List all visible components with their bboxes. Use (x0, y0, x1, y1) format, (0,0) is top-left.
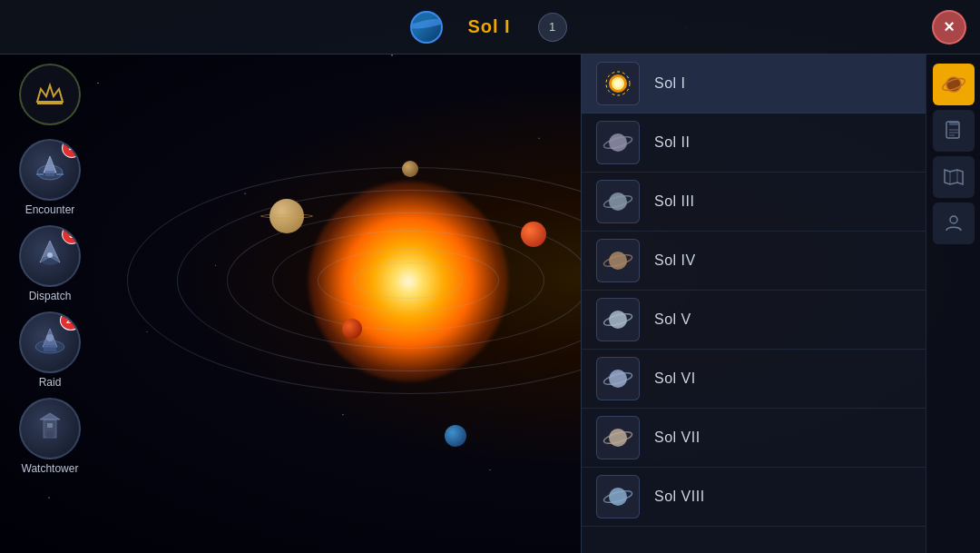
left-sidebar: 4 Encounter 5 Dispatch 24 (0, 54, 100, 553)
planet-btn-icon (941, 72, 966, 97)
planet-list-item-sol4[interactable]: Sol IV (582, 232, 926, 291)
planet-icon-sol7 (602, 421, 634, 454)
planet-list-icon-sol8 (596, 475, 640, 518)
sidebar-item-dispatch[interactable]: 5 Dispatch (19, 225, 81, 302)
map-btn-icon (943, 166, 965, 188)
planet-list-item-sol7[interactable]: Sol VII (582, 409, 926, 468)
document-btn-icon (943, 120, 965, 142)
planet-icon-sol8 (602, 480, 634, 513)
encounter-badge: 4 (62, 139, 81, 158)
planet-list-item-sol6[interactable]: Sol VI (582, 350, 926, 409)
encounter-icon-bg: 4 (19, 139, 81, 201)
dispatch-icon-bg: 5 (19, 225, 81, 287)
planet-icon-sol6 (602, 362, 634, 395)
svg-rect-38 (949, 122, 958, 125)
planet-name-sol4: Sol IV (654, 252, 696, 269)
person-btn-icon (943, 212, 965, 234)
planet-list-icon-sol6 (596, 357, 640, 400)
raid-label: Raid (39, 376, 62, 389)
sidebar-item-watchtower[interactable]: Watchtower (19, 398, 81, 475)
planet-list-icon-sol5 (596, 298, 640, 341)
logo-icon (19, 64, 81, 125)
dispatch-label: Dispatch (29, 290, 72, 302)
dispatch-badge: 5 (62, 225, 81, 244)
planet-name-sol7: Sol VII (654, 430, 701, 446)
planet-icon-sol2 (602, 126, 634, 159)
planet-list-icon-sol2 (596, 121, 640, 164)
header-badge: 1 (538, 13, 567, 42)
svg-rect-3 (45, 171, 54, 176)
svg-rect-11 (44, 345, 56, 351)
planet-name-sol8: Sol VIII (654, 489, 705, 505)
svg-marker-14 (40, 413, 60, 420)
planet-name-sol6: Sol VI (654, 370, 696, 387)
sidebar-item-raid[interactable]: 24 Raid (19, 311, 81, 389)
sol1-icon (602, 67, 634, 100)
far-right-planet-btn[interactable] (933, 64, 975, 105)
svg-point-20 (614, 80, 622, 87)
planet-list-item-sol3[interactable]: Sol III (582, 173, 926, 232)
encounter-label: Encounter (25, 203, 75, 216)
raid-icon-bg: 24 (19, 311, 81, 373)
planet-icon-sol4 (602, 244, 634, 277)
planet-name-sol3: Sol III (654, 193, 694, 210)
svg-rect-15 (46, 431, 54, 438)
header-bar: Sol I 1 × (0, 0, 980, 54)
header-planet-icon (410, 11, 443, 44)
planet-list-panel: Sol I Sol II Sol III Sol IV Sol V Sol VI… (581, 54, 926, 553)
planet-list-item-sol5[interactable]: Sol V (582, 291, 926, 350)
planet-list-item-sol1[interactable]: Sol I (582, 54, 926, 114)
sidebar-logo[interactable] (19, 64, 81, 125)
planet-blue (445, 425, 466, 447)
far-right-document-btn[interactable] (933, 110, 975, 152)
planet-name-sol2: Sol II (654, 134, 690, 151)
svg-point-12 (46, 334, 54, 341)
planet-lava (342, 319, 362, 339)
watchtower-svg (27, 406, 73, 451)
planet-icon-sol5 (602, 303, 634, 336)
svg-point-45 (950, 216, 957, 223)
header-planet-nav[interactable] (404, 5, 449, 50)
planet-list-icon-sol1 (596, 62, 640, 105)
far-right-person-btn[interactable] (933, 202, 975, 244)
sidebar-item-encounter[interactable]: 4 Encounter (19, 139, 81, 216)
planet-list-item-sol2[interactable]: Sol II (582, 114, 926, 173)
far-right-bar (926, 54, 980, 553)
planet-list-icon-sol4 (596, 239, 640, 282)
watchtower-label: Watchtower (22, 462, 79, 475)
svg-rect-16 (47, 423, 53, 428)
header-title: Sol I (467, 16, 510, 37)
planet-list-icon-sol3 (596, 180, 640, 223)
planet-mercury (402, 161, 418, 177)
watchtower-icon-bg (19, 398, 81, 459)
close-button[interactable]: × (932, 10, 966, 44)
planet-name-sol1: Sol I (654, 75, 686, 92)
planet-icon-sol3 (602, 185, 634, 218)
far-right-map-btn[interactable] (933, 156, 975, 198)
planet-name-sol5: Sol V (654, 311, 691, 328)
raid-badge: 24 (60, 311, 81, 331)
svg-marker-42 (945, 170, 963, 184)
planet-list-item-sol8[interactable]: Sol VIII (582, 468, 926, 527)
planet-saturn (270, 199, 304, 233)
planet-list-icon-sol7 (596, 416, 640, 459)
svg-marker-2 (44, 156, 56, 173)
planet-mars (521, 222, 546, 247)
svg-point-8 (47, 252, 53, 258)
crown-svg (34, 78, 66, 111)
